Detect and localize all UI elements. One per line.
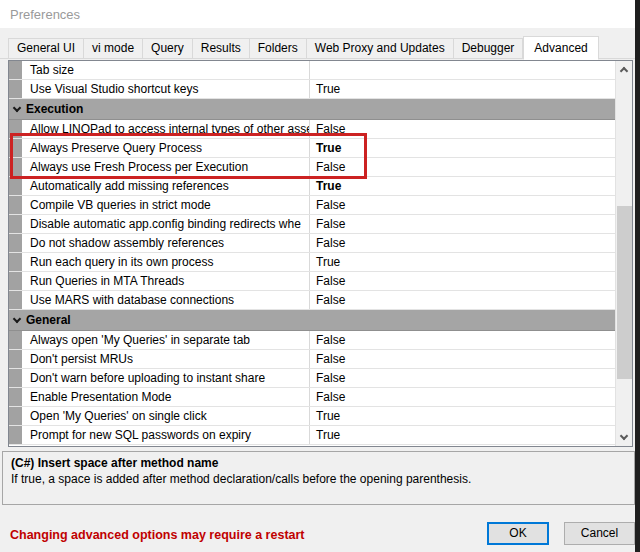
property-value[interactable]: False bbox=[310, 369, 615, 387]
row-gutter bbox=[9, 234, 22, 252]
tab-bar: General UIvi modeQueryResultsFoldersWeb … bbox=[8, 35, 599, 59]
tab-results[interactable]: Results bbox=[193, 38, 250, 59]
row-gutter bbox=[9, 158, 22, 176]
tab-query[interactable]: Query bbox=[143, 38, 193, 59]
section-label: Execution bbox=[26, 102, 83, 116]
row-gutter bbox=[9, 350, 22, 368]
property-value[interactable]: True bbox=[310, 253, 615, 271]
property-name[interactable]: Always open 'My Queries' in separate tab bbox=[22, 331, 310, 349]
property-name[interactable]: Do not shadow assembly references bbox=[22, 234, 310, 252]
property-row[interactable]: Allow LINQPad to access internal types o… bbox=[9, 120, 615, 139]
property-value[interactable]: False bbox=[310, 388, 615, 406]
property-name[interactable]: Always use Fresh Process per Execution bbox=[22, 158, 310, 176]
section-row[interactable]: General bbox=[9, 310, 615, 331]
row-gutter bbox=[9, 272, 22, 290]
restart-warning-text: Changing advanced options may require a … bbox=[10, 528, 305, 542]
property-row[interactable]: Always use Fresh Process per ExecutionFa… bbox=[9, 158, 615, 177]
property-row[interactable]: Prompt for new SQL passwords on expiryTr… bbox=[9, 426, 615, 445]
property-name[interactable]: Use Visual Studio shortcut keys bbox=[22, 80, 310, 98]
property-name[interactable]: Always Preserve Query Process bbox=[22, 139, 310, 157]
property-value[interactable]: False bbox=[310, 158, 615, 176]
property-value[interactable]: True bbox=[310, 426, 615, 444]
row-gutter bbox=[9, 177, 22, 195]
property-value[interactable]: False bbox=[310, 196, 615, 214]
row-gutter bbox=[9, 215, 22, 233]
scrollbar-thumb[interactable] bbox=[617, 206, 632, 379]
property-row[interactable]: Always Preserve Query ProcessTrue bbox=[9, 139, 615, 158]
ok-button[interactable]: OK bbox=[487, 522, 549, 545]
row-gutter bbox=[9, 120, 22, 138]
tab-debugger[interactable]: Debugger bbox=[454, 38, 524, 59]
section-label: General bbox=[26, 313, 71, 327]
property-name[interactable]: Tab size bbox=[22, 61, 310, 79]
title-bar: Preferences bbox=[0, 0, 635, 28]
property-value[interactable]: True bbox=[310, 177, 615, 195]
property-name[interactable]: Prompt for new SQL passwords on expiry bbox=[22, 426, 310, 444]
property-row[interactable]: Open 'My Queries' on single clickTrue bbox=[9, 407, 615, 426]
property-name[interactable]: Disable automatic app.config binding red… bbox=[22, 215, 310, 233]
scroll-up-button[interactable] bbox=[616, 61, 633, 78]
property-name[interactable]: Don't warn before uploading to instant s… bbox=[22, 369, 310, 387]
property-row[interactable]: Use MARS with database connectionsFalse bbox=[9, 291, 615, 310]
chevron-down-icon bbox=[620, 432, 628, 440]
description-title: (C#) Insert space after method name bbox=[11, 456, 626, 470]
property-grid: Tab sizeUse Visual Studio shortcut keysT… bbox=[8, 60, 633, 447]
window-title: Preferences bbox=[10, 7, 80, 22]
tab-general-ui[interactable]: General UI bbox=[8, 38, 84, 59]
property-value[interactable]: False bbox=[310, 331, 615, 349]
property-row[interactable]: Disable automatic app.config binding red… bbox=[9, 215, 615, 234]
property-value[interactable]: False bbox=[310, 215, 615, 233]
property-row[interactable]: Use Visual Studio shortcut keysTrue bbox=[9, 80, 615, 99]
property-value[interactable]: True bbox=[310, 80, 615, 98]
row-gutter bbox=[9, 80, 22, 98]
cancel-button[interactable]: Cancel bbox=[564, 522, 635, 545]
property-name[interactable]: Don't persist MRUs bbox=[22, 350, 310, 368]
property-value[interactable]: False bbox=[310, 120, 615, 138]
property-value[interactable] bbox=[310, 61, 615, 79]
property-row[interactable]: Run Queries in MTA ThreadsFalse bbox=[9, 272, 615, 291]
row-gutter bbox=[9, 388, 22, 406]
row-gutter bbox=[9, 369, 22, 387]
property-value[interactable]: True bbox=[310, 139, 615, 157]
row-gutter bbox=[9, 407, 22, 425]
tab-advanced[interactable]: Advanced bbox=[523, 36, 598, 60]
scroll-down-button[interactable] bbox=[616, 429, 633, 446]
section-row[interactable]: Execution bbox=[9, 99, 615, 120]
property-value[interactable]: False bbox=[310, 291, 615, 309]
property-row[interactable]: Run each query in its own processTrue bbox=[9, 253, 615, 272]
property-name[interactable]: Enable Presentation Mode bbox=[22, 388, 310, 406]
row-gutter bbox=[9, 61, 22, 79]
property-name[interactable]: Run each query in its own process bbox=[22, 253, 310, 271]
property-row[interactable]: Tab size bbox=[9, 61, 615, 80]
property-row[interactable]: Automatically add missing referencesTrue bbox=[9, 177, 615, 196]
property-name[interactable]: Open 'My Queries' on single click bbox=[22, 407, 310, 425]
property-name[interactable]: Compile VB queries in strict mode bbox=[22, 196, 310, 214]
property-name[interactable]: Automatically add missing references bbox=[22, 177, 310, 195]
vertical-scrollbar[interactable] bbox=[615, 61, 632, 446]
property-row[interactable]: Always open 'My Queries' in separate tab… bbox=[9, 331, 615, 350]
row-gutter bbox=[9, 426, 22, 444]
property-row[interactable]: Don't warn before uploading to instant s… bbox=[9, 369, 615, 388]
property-value[interactable]: False bbox=[310, 350, 615, 368]
property-name[interactable]: Run Queries in MTA Threads bbox=[22, 272, 310, 290]
row-gutter bbox=[9, 331, 22, 349]
tab-web-proxy-and-updates[interactable]: Web Proxy and Updates bbox=[307, 38, 454, 59]
property-row[interactable]: Compile VB queries in strict modeFalse bbox=[9, 196, 615, 215]
row-gutter bbox=[9, 196, 22, 214]
chevron-up-icon bbox=[620, 67, 628, 75]
tab-folders[interactable]: Folders bbox=[250, 38, 307, 59]
background-window-edge bbox=[635, 0, 640, 552]
property-value[interactable]: True bbox=[310, 407, 615, 425]
row-gutter bbox=[9, 253, 22, 271]
preferences-dialog: Preferences General UIvi modeQueryResult… bbox=[0, 0, 640, 552]
tab-vi-mode[interactable]: vi mode bbox=[84, 38, 143, 59]
property-value[interactable]: False bbox=[310, 234, 615, 252]
property-row[interactable]: Enable Presentation ModeFalse bbox=[9, 388, 615, 407]
description-panel: (C#) Insert space after method name If t… bbox=[2, 451, 635, 505]
property-name[interactable]: Allow LINQPad to access internal types o… bbox=[22, 120, 310, 138]
property-value[interactable]: False bbox=[310, 272, 615, 290]
property-row[interactable]: Don't persist MRUsFalse bbox=[9, 350, 615, 369]
property-row[interactable]: Do not shadow assembly referencesFalse bbox=[9, 234, 615, 253]
property-name[interactable]: Use MARS with database connections bbox=[22, 291, 310, 309]
row-gutter bbox=[9, 291, 22, 309]
